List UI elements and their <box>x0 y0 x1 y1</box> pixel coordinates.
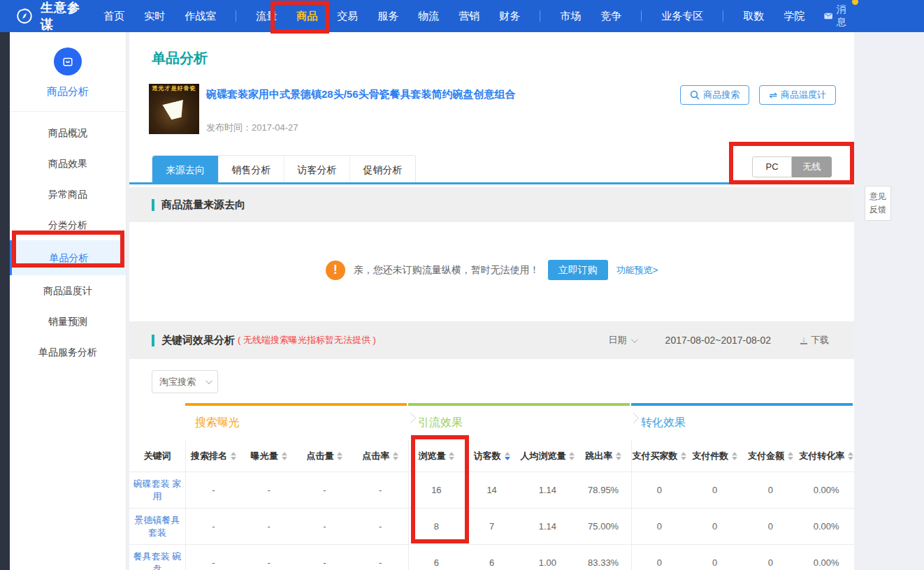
column-header-跳出率[interactable]: 跳出率 <box>575 440 631 472</box>
sort-icon[interactable] <box>788 452 793 460</box>
column-header-曝光量[interactable]: 曝光量 <box>241 440 297 472</box>
sort-up-arrow <box>681 452 686 455</box>
sidebar-item-销量预测[interactable]: 销量预测 <box>10 306 126 337</box>
nav-item-商品[interactable]: 商品 <box>296 0 317 32</box>
sort-up-arrow <box>337 452 342 455</box>
sort-down-arrow <box>231 457 236 460</box>
keyword-table: 搜索曝光引流效果转化效果 关键词搜索排名曝光量点击量点击率浏览量访客数人均浏览量… <box>129 403 854 570</box>
nav-item-物流[interactable]: 物流 <box>418 0 439 32</box>
cell-value: 16 <box>408 472 464 508</box>
messages-button[interactable]: 消息 <box>824 3 851 29</box>
cell-value: 0 <box>631 472 687 508</box>
feedback-button[interactable]: 意见 反馈 <box>865 186 891 221</box>
sort-up-arrow <box>788 452 793 455</box>
column-header-支付转化率[interactable]: 支付转化率 <box>798 440 854 472</box>
sort-icon[interactable] <box>681 452 686 460</box>
analysis-tabs: 来源去向销售分析访客分析促销分析 <box>152 155 416 184</box>
column-group-搜索曝光: 搜索曝光 <box>185 403 407 440</box>
sort-icon[interactable] <box>732 452 737 460</box>
download-icon: ↓ <box>800 336 807 344</box>
column-header-label: 支付转化率 <box>799 450 844 462</box>
sort-icon[interactable] <box>282 452 287 460</box>
tab-促销分析[interactable]: 促销分析 <box>349 156 415 184</box>
source-filter-dropdown[interactable]: 淘宝搜索 <box>152 370 218 393</box>
sidebar-item-商品效果[interactable]: 商品效果 <box>10 148 126 179</box>
sidebar-item-单品服务分析[interactable]: 单品服务分析 <box>10 337 126 367</box>
sidebar-item-商品温度计[interactable]: 商品温度计 <box>10 275 126 306</box>
sort-up-arrow <box>848 452 853 455</box>
sort-up-arrow <box>732 452 737 455</box>
cell-value: - <box>185 509 241 544</box>
cell-value: 7 <box>464 509 520 544</box>
download-button[interactable]: ↓ 下载 <box>800 334 829 346</box>
sort-icon[interactable] <box>505 452 510 460</box>
main-content: 单品分析 透光才是好骨瓷 碗碟套装家用中式景德镇28头/56头骨瓷餐具套装简约碗… <box>129 32 854 570</box>
column-header-浏览量[interactable]: 浏览量 <box>408 440 464 472</box>
order-now-button[interactable]: 立即订购 <box>548 260 608 280</box>
sort-icon[interactable] <box>393 452 398 460</box>
sort-icon[interactable] <box>569 452 575 460</box>
nav-item-学院[interactable]: 学院 <box>784 0 804 32</box>
product-thermometer-button[interactable]: ⇌ 商品温度计 <box>759 85 836 105</box>
sidebar-item-异常商品[interactable]: 异常商品 <box>10 179 126 210</box>
nav-item-竞争[interactable]: 竞争 <box>600 0 621 32</box>
messages-label: 消息 <box>836 3 851 29</box>
sort-up-arrow <box>505 452 510 455</box>
sidebar-item-单品分析[interactable]: 单品分析 <box>10 240 126 275</box>
table-row: 碗碟套装 家用----16141.1478.95%0000.00% <box>129 472 854 508</box>
column-header-支付金额[interactable]: 支付金额 <box>743 440 799 472</box>
sort-icon[interactable] <box>231 452 236 460</box>
sort-icon[interactable] <box>449 452 454 460</box>
keyword-link[interactable]: 餐具套装 碗盘 <box>129 545 185 570</box>
tab-访客分析[interactable]: 访客分析 <box>284 156 349 184</box>
keyword-link[interactable]: 景德镇餐具套装 <box>129 509 185 544</box>
date-dropdown[interactable]: 日期 <box>609 334 636 346</box>
nav-item-实时[interactable]: 实时 <box>144 0 165 32</box>
column-header-支付件数[interactable]: 支付件数 <box>687 440 743 472</box>
date-label: 日期 <box>609 334 627 346</box>
column-header-人均浏览量[interactable]: 人均浏览量 <box>520 440 576 472</box>
column-header-点击率[interactable]: 点击率 <box>352 440 408 472</box>
column-header-label: 人均浏览量 <box>520 450 565 462</box>
sort-icon[interactable] <box>848 452 853 460</box>
nav-item-市场[interactable]: 市场 <box>560 0 581 32</box>
nav-item-财务[interactable]: 财务 <box>499 0 520 32</box>
nav-item-营销[interactable]: 营销 <box>459 0 479 32</box>
product-title-link[interactable]: 碗碟套装家用中式景德镇28头/56头骨瓷餐具套装简约碗盘创意组合 <box>206 88 598 101</box>
tab-销售分析[interactable]: 销售分析 <box>218 156 284 184</box>
sort-down-arrow <box>449 457 454 460</box>
cell-value: - <box>185 545 241 570</box>
nav-item-作战室[interactable]: 作战室 <box>185 0 216 32</box>
subscription-warning: ! 亲，您还未订购流量纵横，暂时无法使用！ 立即订购 功能预览> <box>129 260 854 280</box>
filter-value: 淘宝搜索 <box>159 376 196 388</box>
cell-value: 83.33% <box>575 545 631 570</box>
keyword-section-note: ( 无线端搜索曝光指标暂无法提供 ) <box>238 334 376 346</box>
column-header-点击量[interactable]: 点击量 <box>297 440 353 472</box>
notification-dot <box>852 0 858 5</box>
column-header-访客数[interactable]: 访客数 <box>464 440 520 472</box>
cell-value: 1.00 <box>520 545 576 570</box>
nav-item-流量[interactable]: 流量 <box>256 0 277 32</box>
sort-up-arrow <box>449 452 454 455</box>
warning-icon: ! <box>326 261 345 280</box>
keyword-link[interactable]: 碗碟套装 家用 <box>129 472 185 508</box>
nav-item-首页[interactable]: 首页 <box>103 0 124 32</box>
sidebar-item-分类分析[interactable]: 分类分析 <box>10 210 126 240</box>
sidebar-item-商品概况[interactable]: 商品概况 <box>10 117 126 148</box>
feature-preview-link[interactable]: 功能预览> <box>616 264 658 277</box>
cell-value: 0 <box>687 545 743 570</box>
toggle-pc[interactable]: PC <box>752 156 792 177</box>
product-search-button[interactable]: 商品搜索 <box>680 85 749 105</box>
group-notch-icon <box>628 413 640 424</box>
sort-up-arrow <box>231 452 236 455</box>
nav-item-交易[interactable]: 交易 <box>337 0 358 32</box>
tab-来源去向[interactable]: 来源去向 <box>152 156 218 184</box>
column-header-支付买家数[interactable]: 支付买家数 <box>631 440 687 472</box>
column-header-搜索排名[interactable]: 搜索排名 <box>185 440 241 472</box>
nav-item-取数[interactable]: 取数 <box>743 0 764 32</box>
toggle-wireless[interactable]: 无线 <box>792 156 832 177</box>
nav-item-服务[interactable]: 服务 <box>377 0 398 32</box>
sort-icon[interactable] <box>616 452 621 460</box>
sort-icon[interactable] <box>337 452 342 460</box>
nav-item-业务专区[interactable]: 业务专区 <box>661 0 703 32</box>
